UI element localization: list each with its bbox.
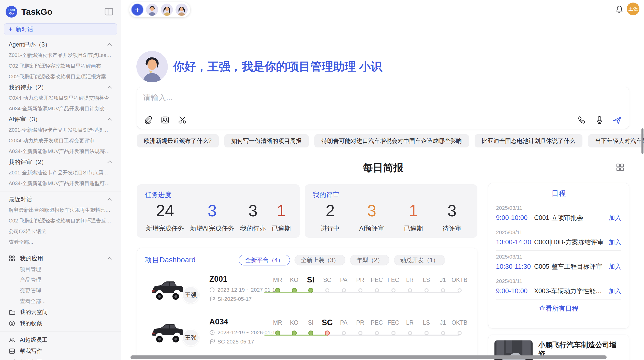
sidebar-item[interactable]: Z001-全新燃油轻卡产品开发项目SI造型提交物评审	[0, 125, 121, 135]
sidebar-section-agent-done[interactable]: Agent已办（3）	[0, 39, 121, 50]
milestone-PA: PA	[335, 274, 352, 293]
microphone-icon[interactable]	[595, 115, 604, 125]
suggestion-chip[interactable]: 当下年轻人对汽车外观有怎样的喜好趋势	[588, 134, 644, 147]
scissors-icon[interactable]	[178, 115, 187, 125]
tab-model-year[interactable]: 年型（2）	[350, 255, 389, 265]
schedule-item: 2025/03/11 13:00-14:30 C003|H0B-方案冻结评审 加…	[496, 226, 621, 250]
sidebar-item[interactable]: A034-全新新能源MUV产品开发项目计划变更表编写	[0, 103, 121, 114]
milestone-dot	[375, 331, 379, 335]
pen-icon	[9, 359, 15, 360]
sidebar-section-recent[interactable]: 最近对话	[0, 194, 121, 205]
milestone-dot	[408, 288, 412, 292]
milestone-dot	[441, 288, 445, 292]
send-icon[interactable]	[613, 115, 622, 125]
sidebar-item-cloud-space[interactable]: 我的云空间	[0, 307, 121, 318]
milestone-PR: PR	[352, 274, 369, 293]
milestone-timeline: MRKOSISCPAPRPECFECLRLSJ1OKTB	[269, 274, 468, 293]
join-link[interactable]: 加入	[609, 262, 621, 271]
app-item-view-all[interactable]: 查看全部...	[0, 296, 121, 307]
sidebar-item-help-me-write[interactable]: 帮我写作	[0, 346, 121, 357]
milestone-KO: KO	[286, 274, 302, 293]
user-avatar[interactable]: 王强	[627, 3, 639, 15]
my-review-stats: 2进行中 3AI预评审 1已逾期 3待评审	[305, 199, 477, 233]
milestone-J1: J1	[435, 317, 451, 336]
vertical-scrollbar[interactable]	[641, 128, 643, 154]
new-session-button[interactable]: +	[131, 4, 143, 16]
suggestion-chip[interactable]: 特朗普可能对进口汽车增税会对中国车企造成哪些影响	[314, 134, 469, 147]
chevron-up-icon	[107, 43, 112, 46]
notifications-bell-icon[interactable]	[616, 5, 623, 13]
milestone-dot	[425, 288, 429, 292]
schedule-title: 日程	[496, 189, 621, 198]
project-row[interactable]: 王强 Z001 2023-12-19 ~ 2027-01-19 SI-2025-…	[137, 268, 477, 308]
tab-powertrain[interactable]: 动总开发（1）	[394, 255, 445, 265]
chevron-up-icon	[107, 86, 112, 89]
app-item-project-mgmt[interactable]: 项目管理	[0, 264, 121, 275]
join-link[interactable]: 加入	[609, 287, 621, 295]
project-row[interactable]: 王强 A034 2023-12-19 ~ 2026-01-19 SC-2025-…	[137, 311, 477, 351]
milestone-dot	[375, 288, 379, 292]
sidebar-my-apps[interactable]: 我的应用	[0, 253, 121, 264]
app-root: Task Go TaskGo + 新对话 Agent已办（3） Z001-全新燃…	[0, 0, 644, 360]
project-info: A034 2023-12-19 ~ 2026-01-19 SC-2025-05-…	[209, 317, 278, 345]
view-all-schedule-link[interactable]: 查看所有日程	[496, 299, 621, 318]
app-item-change-mgmt[interactable]: 变更管理	[0, 285, 121, 296]
new-chat-button[interactable]: + 新对话	[4, 23, 117, 35]
recent-view-all[interactable]: 查看全部...	[0, 237, 121, 247]
sidebar-item[interactable]: C0X4-动力总成开发项目SI里程碑提交物检查	[0, 93, 121, 103]
agent-avatar[interactable]	[146, 4, 158, 16]
sidebar-item-ai-super-staff[interactable]: AI超级员工	[0, 334, 121, 346]
sidebar-item[interactable]: C02-飞腾新能源轻客改款项目里程碑画布	[0, 61, 121, 71]
divider	[0, 191, 121, 191]
milestone-OKTB: OKTB	[451, 274, 468, 293]
schedule-time: 10:30-11:30	[496, 263, 534, 271]
chat-input[interactable]	[143, 91, 448, 104]
stat: 3新增AI完成任务	[190, 201, 234, 233]
suggestion-chip[interactable]: 比亚迪全固态电池计划具体说了什么	[475, 134, 582, 147]
dashboard-title: 项目Dashboard	[145, 255, 196, 265]
sidebar-item[interactable]: C0X4-动力总成开发项目工程变更评审	[0, 135, 121, 146]
join-link[interactable]: 加入	[609, 238, 621, 246]
sidebar-item[interactable]: C02-飞腾新能源轻客改款项目立项汇报方案	[0, 71, 121, 82]
join-link[interactable]: 加入	[609, 214, 621, 222]
milestone-PA: PA	[335, 317, 352, 336]
agent-avatar[interactable]	[175, 4, 188, 16]
sidebar-item-creative-drawing[interactable]: 创意制图	[0, 357, 121, 360]
sidebar-section-my-todo[interactable]: 我的待办（2）	[0, 82, 121, 93]
folder-icon	[9, 309, 15, 316]
milestone-dot	[425, 331, 429, 335]
stat: 1已逾期	[404, 201, 423, 233]
schedule-time: 9:00-10:00	[496, 287, 534, 295]
sidebar-section-my-review[interactable]: 我的评审（2）	[0, 157, 121, 167]
horizontal-scrollbar[interactable]	[130, 355, 607, 359]
project-flag-milestone: SI-2025-05-17	[209, 296, 278, 302]
paperclip-icon[interactable]	[143, 115, 152, 125]
stat: 1已逾期	[272, 201, 291, 233]
recent-conversation-item[interactable]: 公司Q3轻卡销量	[0, 226, 121, 237]
sidebar-item[interactable]: A034-全新新能源MUV产品开发项目法规符合性评审	[0, 146, 121, 157]
image-icon[interactable]	[160, 115, 170, 125]
sidebar-section-ai-review[interactable]: AI评审（3）	[0, 114, 121, 125]
project-owner-badge: 王强	[182, 329, 199, 346]
sidebar-item[interactable]: Z001-全新燃油皮卡产品开发项目SI节点Lesson Learn报告	[0, 50, 121, 61]
agent-avatar[interactable]	[161, 4, 173, 16]
tab-new-platform[interactable]: 全新平台（4）	[239, 255, 290, 265]
sidebar-item[interactable]: A034-全新新能源MUV产品开发项目造型可行性评审	[0, 178, 121, 189]
collapse-panel-icon[interactable]	[105, 8, 113, 16]
sidebar-item-favorites[interactable]: 我的收藏	[0, 318, 121, 329]
suggestion-chip[interactable]: 欧洲新规最近颁布了什么?	[137, 134, 219, 147]
layout-grid-icon[interactable]	[616, 163, 625, 172]
milestone-PEC: PEC	[369, 274, 385, 293]
schedule-date: 2025/03/11	[496, 278, 621, 284]
sidebar-item[interactable]: Z001-全新燃油轻卡产品开发项目SI节点属性5D文件评审	[0, 167, 121, 178]
stat: 3我的待办	[240, 201, 266, 233]
phone-icon[interactable]	[577, 115, 586, 125]
users-icon	[9, 337, 15, 343]
recent-conversation-item[interactable]: C02-飞腾新能源轻客改款项目的闭环通告反馈情况	[0, 215, 121, 226]
suggestion-chip[interactable]: 如何写一份清晰的项目周报	[224, 134, 309, 147]
recent-conversation-item[interactable]: 解释最新出台的欧盟报废车法规再生塑料比例被调至15%...	[0, 205, 121, 215]
tab-new-body[interactable]: 全新上装（3）	[295, 255, 346, 265]
app-item-product-mgmt[interactable]: 产品管理	[0, 275, 121, 285]
milestone-PEC: PEC	[369, 317, 385, 336]
milestone-dot	[441, 331, 445, 335]
